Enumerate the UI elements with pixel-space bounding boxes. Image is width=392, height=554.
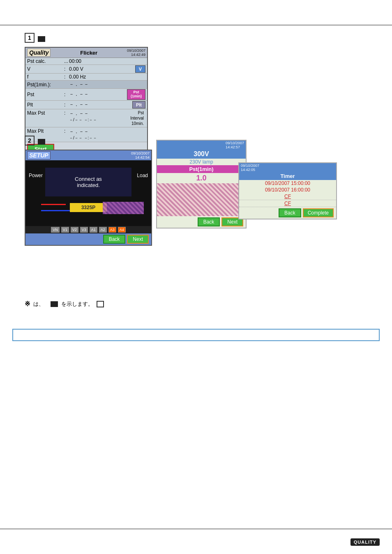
- popup3-cf1: CF: [239, 193, 336, 200]
- plt-button[interactable]: Plt: [132, 101, 145, 108]
- popup3-panel: 09/10/2007 14:42:05 Timer 09/10/2007 15:…: [238, 162, 337, 219]
- popup2-pst-value: 1.0: [157, 173, 246, 183]
- qp-row-maxpst: Max Pst : －．－－ －/－－ －:－－ PstInterval10mi…: [25, 109, 147, 127]
- load-label: Load: [137, 173, 148, 178]
- setup-panel-header: SETUP 09/10/2007 14:42:54: [25, 150, 151, 160]
- quality-panel-header: Quality Flicker 09/10/2007 14:42:49: [25, 48, 147, 58]
- wiring-diagram: 3325P: [29, 200, 148, 220]
- qp-maxpst-value: －．－－ －/－－ －:－－: [69, 110, 97, 123]
- note-section: ※ は、 を示します。: [25, 300, 367, 311]
- quality-panel-title: Quality: [27, 48, 51, 57]
- setup-back-button[interactable]: Back: [103, 235, 126, 244]
- qp-plt-value: －．－－: [69, 101, 130, 108]
- note-text2: を示します。: [61, 300, 93, 308]
- popup2-pst-label: Pst(1min): [157, 165, 246, 173]
- top-divider: [0, 25, 392, 25]
- qp-pst1min-value: －．－－: [69, 81, 145, 88]
- setup-footer: Back Next: [25, 233, 151, 245]
- popup2-back-button[interactable]: Back: [198, 217, 220, 226]
- note-empty-rect: [97, 301, 104, 307]
- qp-row-v: V : 0.00 V V: [25, 65, 147, 74]
- qp-f-label: f: [27, 74, 64, 80]
- popup3-header: 09/10/2007 14:42:05: [239, 163, 336, 172]
- connect-instruction: Connect asindicated.: [45, 168, 131, 196]
- popup2-diagram: [157, 183, 246, 216]
- section2-indicator: [38, 139, 45, 145]
- power-label: Power: [29, 173, 43, 178]
- popup3-timestamp: 09/10/2007 14:42:05: [241, 164, 259, 172]
- note-row: ※ は、 を示します。: [25, 300, 367, 308]
- terminal-v3[interactable]: V3: [80, 227, 88, 233]
- note-text1: は、: [33, 300, 44, 308]
- terminal-v1[interactable]: V1: [61, 227, 69, 233]
- setup-panel-title: SETUP: [27, 151, 51, 159]
- pst-interval: PstInterval10min.: [130, 110, 145, 126]
- popup2-panel: 09/10/2007 14:42:57 300V 230V lamp Pst(1…: [156, 140, 247, 229]
- qp-pst1min-label: Pst(1min.):: [27, 82, 64, 88]
- qp-row-pst-calc: Pst calc. ... 00:00: [25, 58, 147, 65]
- note-symbol: ※: [25, 300, 30, 308]
- setup-panel-timestamp: 09/10/2007 14:42:54: [131, 151, 150, 159]
- setup-panel: SETUP 09/10/2007 14:42:54 Power Load Con…: [25, 150, 152, 246]
- terminal-a4[interactable]: A4: [118, 227, 126, 233]
- qp-row-plt: Plt : －．－－ Plt: [25, 101, 147, 109]
- purple-connector: [103, 202, 144, 214]
- quality-panel-timestamp: 09/10/2007 14:42:49: [127, 48, 145, 57]
- setup-body: Power Load Connect asindicated. 3325P: [25, 160, 151, 226]
- qp-pst-label: Pst: [27, 92, 64, 97]
- terminal-vn[interactable]: VN: [51, 227, 60, 233]
- popup3-timer-label: Timer: [239, 172, 336, 180]
- quality-panel-mode: Flicker: [80, 50, 97, 56]
- v-button[interactable]: V: [135, 65, 145, 73]
- qp-pst-calc-label: Pst calc.: [27, 58, 64, 64]
- qp-pst-value: －．－－: [69, 91, 125, 98]
- popup2-voltage: 300V: [157, 150, 246, 159]
- popup2-lamp: 230V lamp: [157, 159, 246, 165]
- popup2-timestamp: 09/10/2007 14:42:57: [226, 141, 244, 149]
- terminal-v2[interactable]: V2: [71, 227, 78, 233]
- popup3-cf2: CF: [239, 200, 336, 207]
- device-id-bar: 3325P: [70, 203, 107, 212]
- note-black-rect: [51, 301, 58, 307]
- qp-f-value: 0.00 Hz: [69, 74, 145, 80]
- popup3-back-button[interactable]: Back: [279, 208, 301, 217]
- setup-next-button[interactable]: Next: [127, 235, 149, 244]
- qp-v-label: V: [27, 66, 64, 72]
- section2-number: 2: [25, 136, 35, 145]
- popup3-footer: Back Complete: [239, 207, 336, 219]
- terminal-row: VN V1 V2 V3 A1 A2 A3 A4: [25, 226, 151, 233]
- qp-maxpst-label: Max Pst: [27, 110, 64, 116]
- terminal-a1[interactable]: A1: [90, 227, 97, 233]
- bottom-divider: [0, 529, 392, 529]
- complete-button[interactable]: Complete: [303, 208, 334, 217]
- wire-red: [41, 204, 66, 205]
- terminal-a3[interactable]: A3: [108, 227, 116, 233]
- wire-blue: [41, 210, 74, 211]
- pst-button[interactable]: Pst(1min): [127, 89, 145, 100]
- section2: 2 SETUP 09/10/2007 14:42:54 Power Load C…: [25, 136, 152, 246]
- qp-maxplt-label: Max Plt: [27, 128, 64, 134]
- popup3-time2: 09/10/2007 16:00:00: [239, 187, 336, 193]
- section1-indicator: [38, 36, 45, 42]
- quality-logo: QUALITY: [350, 538, 380, 546]
- qp-row-pst1min-label: Pst(1min.): －．－－: [25, 81, 147, 89]
- popup2-header: 09/10/2007 14:42:57: [157, 141, 246, 150]
- qp-plt-label: Plt: [27, 102, 64, 108]
- popup2-footer: Back Next: [157, 216, 246, 228]
- popup3-time1: 09/10/2007 15:00:00: [239, 180, 336, 187]
- qp-row-f: f : 0.00 Hz: [25, 74, 147, 81]
- section1-number: 1: [25, 33, 35, 43]
- qp-pst-calc-value: 00:00: [69, 58, 145, 64]
- terminal-a2[interactable]: A2: [99, 227, 107, 233]
- qp-row-pst: Pst : －．－－ Pst(1min): [25, 89, 147, 101]
- info-box: [12, 329, 380, 341]
- qp-v-value: 0.00 V: [69, 66, 133, 72]
